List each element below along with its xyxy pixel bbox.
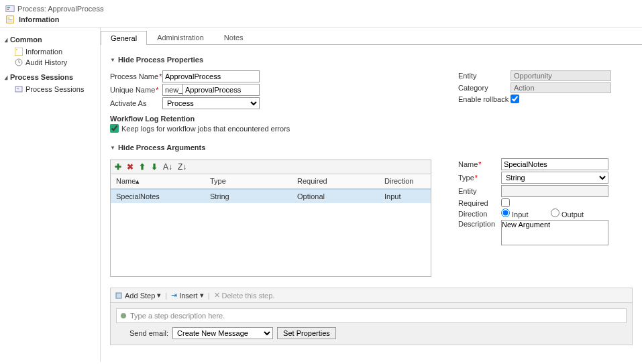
tab-general[interactable]: General — [101, 31, 147, 45]
unique-name-label: Unique Name* — [110, 86, 162, 94]
arg-direction-output-option[interactable]: Output — [551, 208, 594, 219]
arg-required-checkbox[interactable] — [501, 198, 510, 207]
send-email-select[interactable]: Create New Message — [172, 327, 273, 339]
enable-rollback-label: Enable rollback — [458, 95, 511, 103]
arg-direction-input-option[interactable]: Input — [501, 208, 544, 219]
step-description-placeholder[interactable]: Type a step description here. — [130, 312, 225, 320]
grid-add-icon[interactable]: ✚ — [115, 162, 121, 172]
grid-sort-desc-icon[interactable]: Z↓ — [178, 162, 186, 172]
svg-rect-11 — [17, 88, 19, 88]
activate-as-label: Activate As — [110, 99, 162, 107]
page-title: Information — [19, 15, 60, 23]
set-properties-button[interactable]: Set Properties — [277, 327, 336, 339]
arg-type-select[interactable]: String — [501, 172, 608, 184]
sidebar-item-process-sessions[interactable]: Process Sessions — [4, 84, 96, 95]
arg-entity-input — [501, 185, 608, 197]
unique-name-prefix: new_ — [162, 84, 182, 96]
category-label: Category — [458, 84, 511, 92]
col-type[interactable]: Type — [205, 174, 292, 188]
workflow-log-header: Workflow Log Retention — [110, 115, 431, 123]
add-step-button[interactable]: Add Step ▾ — [115, 291, 161, 300]
arg-direction-label: Direction — [458, 210, 501, 218]
arg-type-label: Type* — [458, 174, 501, 182]
grid-down-icon[interactable]: ⬇ — [151, 162, 158, 172]
insert-icon: ⇥ — [171, 291, 177, 300]
col-direction[interactable]: Direction — [379, 174, 431, 188]
delete-step-button: ✕ Delete this step. — [214, 291, 275, 300]
grid-delete-icon[interactable]: ✖ — [127, 162, 133, 172]
enable-rollback-checkbox[interactable] — [511, 95, 519, 103]
sidebar-section-common[interactable]: Common — [4, 36, 96, 44]
history-icon — [15, 58, 23, 66]
process-icon — [5, 4, 15, 13]
send-email-label: Send email: — [129, 329, 168, 337]
sidebar: Common Information Audit History Process… — [0, 27, 101, 362]
grid-row[interactable]: SpecialNotes String Optional Input — [111, 189, 431, 203]
tab-notes[interactable]: Notes — [214, 30, 254, 44]
keep-logs-label: Keep logs for workflow jobs that encount… — [121, 125, 290, 133]
arg-name-label: Name* — [458, 160, 501, 168]
arg-required-label: Required — [458, 199, 501, 207]
arg-name-input[interactable] — [501, 158, 608, 170]
sidebar-item-information[interactable]: Information — [4, 46, 96, 57]
svg-rect-6 — [8, 21, 13, 21]
add-step-icon — [115, 292, 123, 300]
entity-label: Entity — [458, 72, 511, 80]
svg-rect-5 — [8, 19, 13, 20]
grid-up-icon[interactable]: ⬆ — [139, 162, 146, 172]
breadcrumb: Process: ApprovalProcess — [17, 5, 103, 13]
keep-logs-checkbox[interactable] — [110, 124, 119, 133]
activate-as-select[interactable]: Process — [162, 97, 260, 109]
col-required[interactable]: Required — [292, 174, 379, 188]
category-field: Action — [511, 82, 611, 93]
tab-administration[interactable]: Administration — [147, 30, 214, 44]
svg-rect-2 — [7, 9, 9, 10]
arg-description-input[interactable]: New Argument — [501, 220, 608, 245]
tab-strip: General Administration Notes — [101, 30, 642, 45]
arguments-grid: ✚ ✖ ⬆ ⬇ A↓ Z↓ Name▴ Type Required Direct… — [110, 160, 431, 277]
svg-rect-8 — [16, 49, 17, 50]
sidebar-item-audit-history[interactable]: Audit History — [4, 57, 96, 68]
step-row[interactable]: Type a step description here. — [116, 308, 627, 323]
svg-rect-12 — [116, 293, 121, 298]
form-icon — [15, 48, 23, 56]
insert-button[interactable]: ⇥Insert ▾ — [171, 291, 204, 300]
sessions-icon — [15, 85, 23, 93]
svg-rect-1 — [7, 7, 10, 8]
step-bullet-icon — [121, 313, 126, 318]
arg-description-label: Description — [458, 220, 501, 228]
unique-name-input[interactable] — [182, 84, 260, 96]
sidebar-section-sessions[interactable]: Process Sessions — [4, 73, 96, 81]
entity-field: Opportunity — [511, 70, 611, 81]
section-process-properties[interactable]: Hide Process Properties — [110, 56, 633, 64]
svg-rect-10 — [15, 86, 22, 92]
col-name[interactable]: Name▴ — [111, 174, 205, 188]
delete-icon: ✕ — [214, 291, 220, 300]
information-icon — [5, 15, 15, 24]
arg-entity-label: Entity — [458, 187, 501, 195]
svg-rect-7 — [15, 48, 23, 56]
steps-panel: Add Step ▾ | ⇥Insert ▾ | ✕ Delete this s… — [110, 288, 633, 345]
grid-sort-asc-icon[interactable]: A↓ — [163, 162, 172, 172]
process-name-input[interactable] — [162, 70, 260, 82]
svg-rect-4 — [8, 17, 10, 19]
process-name-label: Process Name* — [110, 72, 162, 80]
window-header: Process: ApprovalProcess Information — [0, 0, 642, 27]
section-process-arguments[interactable]: Hide Process Arguments — [110, 143, 633, 151]
